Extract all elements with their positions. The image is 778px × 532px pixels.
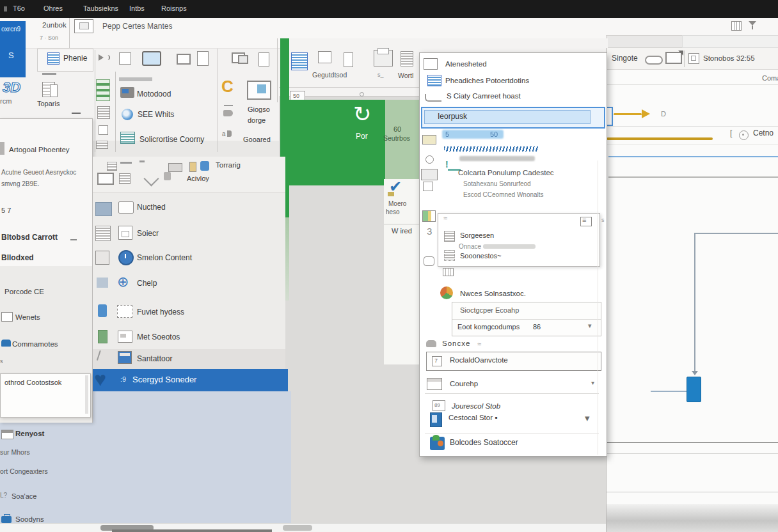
list-small-icon[interactable] <box>97 106 110 119</box>
dropdown-item[interactable]: Pheadiches Potoertdotins <box>445 77 529 84</box>
small-box-icon[interactable] <box>99 125 108 135</box>
soalace-item[interactable]: Soa'ace <box>12 492 36 500</box>
see-whits-icon[interactable] <box>122 109 133 120</box>
soncxe-item[interactable]: Soncxe <box>442 340 470 347</box>
congeaxters-item[interactable]: ort Congeaxters <box>0 467 48 475</box>
cestocal-item[interactable]: Cestocal Stor ▪ <box>449 414 497 421</box>
grid-view-icon[interactable] <box>731 21 742 31</box>
blocked-item-1[interactable]: Bltobsd Carrott <box>1 233 58 242</box>
cootostsok-box[interactable]: othrod Cootostsok <box>0 373 91 418</box>
eoot-item[interactable]: Eoot komgcodumps <box>457 323 520 331</box>
cloud-icon[interactable] <box>645 56 663 65</box>
stonobos-label[interactable]: Stonobos 32:55 <box>703 54 755 62</box>
menu-item[interactable]: Intbs <box>129 4 145 12</box>
clip-small-icon[interactable] <box>96 141 108 149</box>
dropdown-item[interactable]: Atenesheted <box>445 60 487 68</box>
courehp-chevron-icon[interactable]: ▾ <box>591 379 594 386</box>
sooonestos-item[interactable]: Sooonestos~ <box>460 252 502 260</box>
speaker-icon[interactable] <box>99 54 104 61</box>
list-view-icon[interactable]: ≡ <box>580 217 592 226</box>
list-item[interactable]: Santattoor <box>93 349 285 372</box>
solicrortise-icon[interactable] <box>120 132 135 144</box>
list-item[interactable]: Smelon Content <box>93 248 285 272</box>
toolbar-people-icon[interactable] <box>200 161 209 171</box>
mhors-item[interactable]: sur Mhors <box>0 448 30 456</box>
soodyns-item[interactable]: Soodyns <box>15 515 44 523</box>
file-tab[interactable]: oxrcn9 S <box>0 21 26 77</box>
giogso-label[interactable]: Giogso <box>248 106 270 113</box>
search-box[interactable] <box>606 35 683 48</box>
onnace-item[interactable]: Onnace <box>459 243 481 250</box>
dropdown-selected-row[interactable]: Ieorpusk <box>421 107 605 129</box>
singote-label[interactable]: Singote <box>612 54 638 63</box>
nwces-item[interactable]: Nwces Solnsastxoc. <box>460 290 526 297</box>
monitor-small-icon[interactable] <box>177 54 191 65</box>
renyost-item[interactable]: Renyost <box>15 430 44 437</box>
toolbar-chart-icon[interactable] <box>119 173 131 184</box>
toolbar-tool-icon[interactable] <box>164 172 171 180</box>
copy-icon[interactable] <box>401 51 413 66</box>
wenets-checkbox-icon[interactable] <box>1 312 13 322</box>
panel-box-icon[interactable] <box>688 53 699 64</box>
list-item[interactable]: Soiecr <box>93 223 285 247</box>
toolbar-dashes-icon[interactable] <box>120 162 132 164</box>
document-icon[interactable] <box>197 51 209 66</box>
menu-item[interactable]: Roisnps <box>161 4 187 12</box>
toolbar-dash2-icon[interactable] <box>139 160 145 162</box>
list-item[interactable]: ⊕ Chelp <box>93 274 285 298</box>
monitor-arrow-icon[interactable] <box>665 52 682 64</box>
contact-circle-icon[interactable] <box>739 130 749 140</box>
toolbar-grid-icon[interactable] <box>107 162 117 171</box>
list-item[interactable]: Nucthed <box>93 198 285 223</box>
left-panel-title[interactable]: Artogoal Phoentey <box>9 146 70 153</box>
menu-item[interactable]: Taubsiekns <box>83 4 118 12</box>
see-whits-label[interactable]: SEE Whits <box>138 110 174 119</box>
list-item[interactable]: Fuviet hydess <box>93 302 285 327</box>
roclald-box-row[interactable]: 7 RoclaldOanvctote <box>426 352 601 371</box>
app-name[interactable]: 2unbok <box>42 21 67 29</box>
menu-item[interactable]: T6o <box>13 4 25 12</box>
courehp-item[interactable]: Courehp <box>450 380 478 387</box>
gegutdtsod-label[interactable]: Gegutdtsod <box>312 71 347 79</box>
giogso-monitor-icon[interactable] <box>247 81 271 100</box>
plug-icon[interactable] <box>223 110 233 116</box>
blocked-item-2[interactable]: Bllodxed <box>1 253 34 262</box>
gegutdtsod-icon[interactable] <box>291 52 308 70</box>
page-icon[interactable] <box>119 52 131 65</box>
sheet-icon[interactable] <box>96 79 110 101</box>
screen-share-icon[interactable] <box>142 51 161 66</box>
clipboard-icon[interactable] <box>258 52 269 66</box>
sioctgcper-item[interactable]: Sioctgcper Ecoahp <box>460 306 519 314</box>
green-tile-light[interactable]: 60 Seutrbos <box>385 100 419 179</box>
printer-quick-icon[interactable] <box>74 19 93 33</box>
toolbar-scissors-icon[interactable] <box>143 171 159 186</box>
canvas-box-icon-2[interactable] <box>344 52 353 67</box>
motodood-icon[interactable] <box>120 87 134 98</box>
bolcodes-item[interactable]: Bolcodes Soatoccer <box>450 438 518 447</box>
search-box-secondary[interactable] <box>682 35 778 48</box>
toolbar-doc-icon[interactable] <box>189 162 196 172</box>
toolbar-pair-icon[interactable] <box>168 163 182 172</box>
gooared-label[interactable]: Gooared <box>243 136 271 143</box>
filter-icon[interactable] <box>749 21 756 29</box>
green-tile[interactable]: ↻ Por <box>289 100 385 185</box>
cootostsok-scrollbar[interactable] <box>85 375 88 414</box>
porcode-item[interactable]: Porcode CE <box>4 288 44 295</box>
dropdown-item[interactable]: S Ciaty Camreet hoast <box>447 92 521 100</box>
motodood-label[interactable]: Motodood <box>137 90 171 98</box>
phenie-label[interactable]: Phenie <box>63 54 87 63</box>
c-swoosh-icon[interactable]: C <box>221 77 234 97</box>
flag-icon[interactable]: a <box>222 130 232 141</box>
solicrortise-label[interactable]: Solicrortise Coorny <box>139 135 204 144</box>
commamotes-item[interactable]: Commamotes <box>12 340 58 348</box>
eoot-chevron-icon[interactable]: ▾ <box>588 322 592 330</box>
dorge-label[interactable]: dorge <box>248 116 266 124</box>
toparis-label[interactable]: Toparis <box>37 100 60 107</box>
toolbar-monitor-icon[interactable] <box>97 173 114 185</box>
menu-item[interactable]: Ohres <box>44 4 63 12</box>
printer-large-icon[interactable] <box>374 50 393 66</box>
bottom-scroll-thumb-2[interactable] <box>283 525 312 531</box>
canvas-box-icon[interactable] <box>318 51 331 63</box>
sorgeesen-item[interactable]: Sorgeesen <box>460 231 494 239</box>
wenets-item[interactable]: Wenets <box>15 313 40 321</box>
